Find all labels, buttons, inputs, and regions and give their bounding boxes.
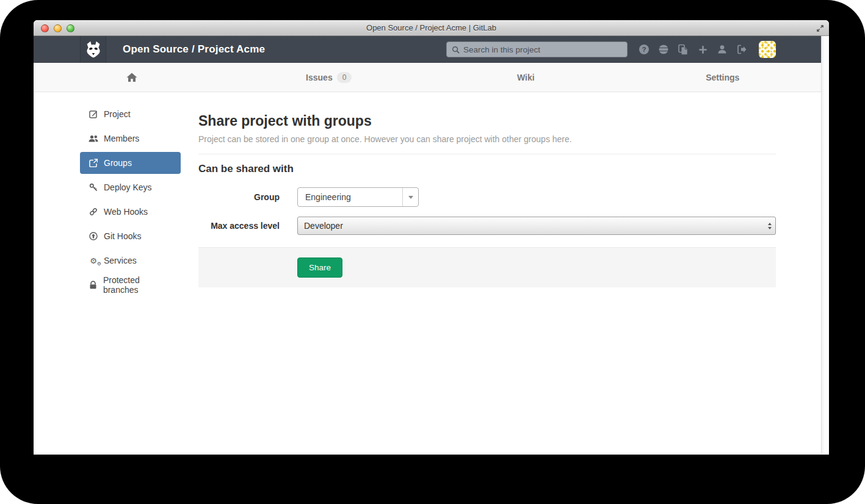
lock-icon xyxy=(89,281,98,289)
main-panel: Share project with groups Project can be… xyxy=(198,103,776,453)
header-left-spacer xyxy=(34,36,80,63)
globe-icon[interactable] xyxy=(654,40,673,59)
zoom-window-button[interactable] xyxy=(67,24,74,32)
tanuki-logo-icon xyxy=(84,40,103,59)
search-box xyxy=(446,41,628,57)
sidebar-item-services[interactable]: ⚙⚙ Services xyxy=(80,250,181,272)
home-icon xyxy=(126,73,137,82)
header-icons: ? xyxy=(634,40,751,59)
link-icon xyxy=(89,207,98,216)
sidebar-item-label: Deploy Keys xyxy=(104,182,152,192)
share-square-icon xyxy=(89,159,98,167)
select-stepper-icon xyxy=(768,223,772,229)
minimize-window-button[interactable] xyxy=(54,24,62,32)
snippets-icon[interactable] xyxy=(673,40,693,59)
sidebar-item-label: Members xyxy=(104,134,139,143)
svg-text:?: ? xyxy=(642,46,646,53)
sidebar-item-label: Git Hooks xyxy=(104,231,141,241)
close-window-button[interactable] xyxy=(41,24,49,32)
form-actions: Share xyxy=(198,247,776,287)
sidebar-item-protected-branches[interactable]: Protected branches xyxy=(80,274,181,296)
sidebar-item-groups[interactable]: Groups xyxy=(80,152,181,174)
upload-circle-icon xyxy=(89,232,98,240)
profile-icon[interactable] xyxy=(712,40,732,59)
sidebar-item-label: Protected branches xyxy=(103,275,172,295)
group-form-row: Group Engineering xyxy=(198,187,776,207)
search-icon xyxy=(452,46,460,54)
nav-settings[interactable]: Settings xyxy=(624,63,822,92)
sidebar-item-label: Web Hooks xyxy=(104,207,148,217)
scrollbar-track[interactable] xyxy=(821,36,829,454)
window-titlebar: Open Source / Project Acme | GitLab xyxy=(34,20,829,36)
section-heading: Can be shared with xyxy=(198,163,776,175)
chevron-down-icon xyxy=(402,188,418,206)
page-title: Share project with groups xyxy=(198,113,776,129)
sidebar-item-label: Groups xyxy=(104,158,132,168)
pencil-square-icon xyxy=(89,110,98,118)
new-project-icon[interactable] xyxy=(693,40,712,59)
sidebar-item-members[interactable]: Members xyxy=(80,128,181,149)
divider xyxy=(198,154,776,154)
sidebar-item-label: Services xyxy=(104,256,137,265)
page-content: Project Members Groups xyxy=(34,92,829,453)
fullscreen-icon[interactable] xyxy=(816,24,825,33)
group-select[interactable]: Engineering xyxy=(297,187,419,207)
nav-issues[interactable]: Issues 0 xyxy=(231,63,428,92)
max-access-select-value: Developer xyxy=(304,221,343,231)
browser-viewport: Open Source / Project Acme ? xyxy=(34,36,829,454)
logout-icon[interactable] xyxy=(732,40,751,59)
traffic-lights xyxy=(41,20,74,36)
nav-home[interactable] xyxy=(34,63,231,92)
nav-issues-label: Issues xyxy=(306,73,333,82)
group-select-value: Engineering xyxy=(298,188,402,206)
nav-wiki-label: Wiki xyxy=(517,73,535,82)
issues-count-badge: 0 xyxy=(337,72,352,83)
sidebar-item-git-hooks[interactable]: Git Hooks xyxy=(80,225,181,247)
nav-wiki[interactable]: Wiki xyxy=(427,63,624,92)
group-label: Group xyxy=(198,192,280,202)
search-input[interactable] xyxy=(463,45,622,54)
key-icon xyxy=(89,183,98,192)
users-icon xyxy=(89,134,98,143)
gears-icon: ⚙⚙ xyxy=(89,257,98,265)
settings-sidebar: Project Members Groups xyxy=(80,103,181,453)
header-project-title: Open Source / Project Acme xyxy=(123,43,265,56)
sidebar-item-project[interactable]: Project xyxy=(80,103,181,125)
user-avatar[interactable] xyxy=(759,41,776,58)
nav-settings-label: Settings xyxy=(706,73,739,82)
browser-window: Open Source / Project Acme | GitLab Open… xyxy=(34,20,829,455)
max-access-select[interactable]: Developer xyxy=(297,217,776,235)
sidebar-item-label: Project xyxy=(104,109,131,119)
help-icon[interactable]: ? xyxy=(634,40,654,59)
screenshot-background: Open Source / Project Acme | GitLab Open… xyxy=(0,0,865,504)
project-nav: Issues 0 Wiki Settings xyxy=(34,63,829,92)
gitlab-logo[interactable] xyxy=(80,36,106,63)
window-title: Open Source / Project Acme | GitLab xyxy=(366,23,496,32)
max-access-form-row: Max access level Developer xyxy=(198,217,776,235)
app-header: Open Source / Project Acme ? xyxy=(34,36,829,63)
max-access-label: Max access level xyxy=(198,221,280,231)
page-description: Project can be stored in one group at on… xyxy=(198,134,776,144)
share-button[interactable]: Share xyxy=(297,257,342,278)
sidebar-item-web-hooks[interactable]: Web Hooks xyxy=(80,201,181,223)
sidebar-item-deploy-keys[interactable]: Deploy Keys xyxy=(80,176,181,198)
